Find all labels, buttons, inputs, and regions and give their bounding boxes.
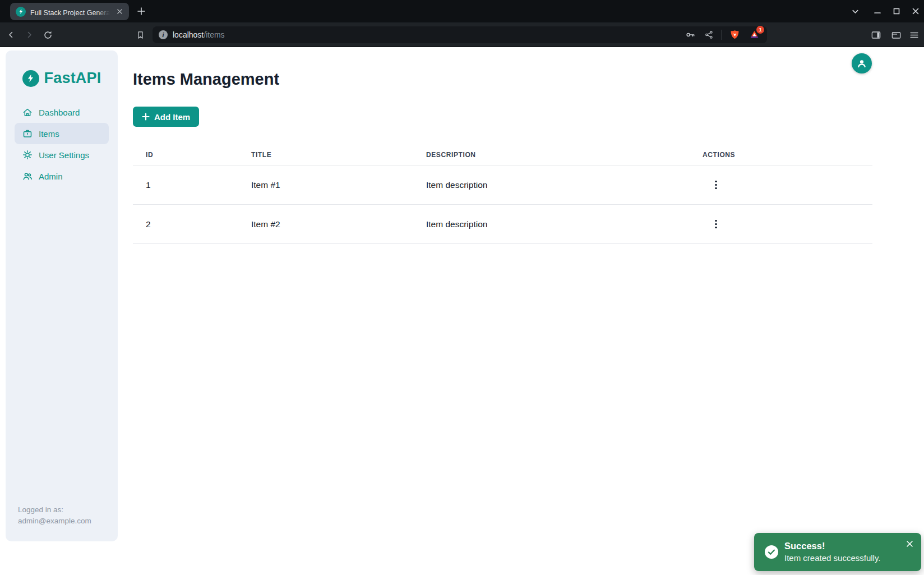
rewards-badge: 1: [756, 26, 764, 34]
plus-icon: [142, 113, 150, 121]
cell-id: 2: [133, 219, 251, 229]
fastapi-logo-icon: [22, 70, 39, 87]
menu-hamburger-icon[interactable]: [907, 28, 921, 42]
column-header-title: TITLE: [251, 151, 426, 159]
logged-in-info: Logged in as: admin@example.com: [18, 504, 91, 527]
home-icon: [22, 107, 33, 117]
column-header-actions: ACTIONS: [703, 151, 872, 159]
sidebar-item-label: Dashboard: [39, 108, 80, 117]
sidebar-item-label: Items: [39, 129, 59, 139]
tab-search-chevron-icon[interactable]: [847, 0, 863, 22]
toast-message: Item created successfully.: [784, 552, 880, 564]
table-row: 2 Item #2 Item description: [133, 205, 872, 244]
sidebar-nav: Dashboard Items User Settings: [6, 102, 118, 187]
toast-title: Success!: [784, 540, 880, 552]
brave-rewards-icon[interactable]: 1: [747, 27, 761, 42]
reload-button[interactable]: [41, 28, 54, 42]
toast-close-icon[interactable]: [904, 539, 914, 549]
cell-title: Item #2: [251, 219, 426, 229]
logged-in-email: admin@example.com: [18, 516, 91, 527]
back-button[interactable]: [4, 28, 18, 42]
browser-window: Full Stack Project Genera: [0, 0, 924, 575]
user-avatar-button[interactable]: [852, 53, 872, 73]
sidebar-item-admin[interactable]: Admin: [6, 165, 118, 187]
column-header-id: ID: [133, 151, 251, 159]
table-header-row: ID TITLE DESCRIPTION ACTIONS: [133, 145, 872, 165]
password-key-icon[interactable]: [683, 28, 697, 42]
tab-strip: Full Stack Project Genera: [0, 0, 924, 22]
logged-in-label: Logged in as:: [18, 504, 91, 516]
url-host: localhost: [173, 30, 204, 39]
success-toast: Success! Item created successfully.: [754, 533, 921, 571]
forward-button[interactable]: [22, 28, 36, 42]
add-item-label: Add Item: [154, 112, 190, 122]
share-icon[interactable]: [703, 28, 716, 42]
page-title: Items Management: [133, 70, 279, 89]
new-tab-button[interactable]: [135, 4, 148, 18]
site-favicon-icon: [16, 7, 26, 17]
logo-text: FastAPI: [44, 70, 101, 87]
sidebar-toggle-icon[interactable]: [869, 28, 883, 42]
sidebar-item-dashboard[interactable]: Dashboard: [6, 102, 118, 123]
fastapi-logo: FastAPI: [6, 50, 118, 87]
add-item-button[interactable]: Add Item: [133, 107, 199, 127]
column-header-description: DESCRIPTION: [426, 151, 703, 159]
wallet-icon[interactable]: [889, 28, 903, 42]
browser-toolbar: i localhost/items: [0, 22, 924, 47]
tab-title-fade: [95, 7, 110, 16]
cell-title: Item #1: [251, 180, 426, 190]
url-bar[interactable]: i localhost/items: [153, 26, 767, 43]
cell-id: 1: [133, 180, 251, 190]
table-row: 1 Item #1 Item description: [133, 165, 872, 205]
user-icon: [856, 57, 868, 70]
row-actions-kebab-button[interactable]: [710, 177, 722, 193]
bookmark-icon[interactable]: [133, 28, 147, 42]
toolbar-separator: [722, 30, 722, 40]
cell-description: Item description: [426, 180, 703, 190]
brave-shield-icon[interactable]: [728, 28, 741, 42]
window-close-button[interactable]: [907, 0, 924, 22]
window-minimize-button[interactable]: [869, 0, 886, 22]
browser-tab[interactable]: Full Stack Project Genera: [10, 3, 129, 20]
sidebar-item-label: Admin: [39, 172, 63, 181]
cell-description: Item description: [426, 219, 703, 229]
sidebar-item-label: User Settings: [39, 150, 89, 160]
window-maximize-button[interactable]: [888, 0, 905, 22]
row-actions-kebab-button[interactable]: [710, 217, 722, 232]
tab-close-icon[interactable]: [114, 7, 124, 17]
gear-icon: [22, 150, 33, 160]
sidebar-item-items[interactable]: Items: [15, 123, 109, 144]
app-sidebar: FastAPI Dashboard Items: [6, 50, 118, 541]
briefcase-icon: [22, 128, 33, 139]
url-path: /items: [204, 30, 224, 39]
items-table: ID TITLE DESCRIPTION ACTIONS 1 Item #1 I…: [133, 145, 872, 244]
users-icon: [22, 171, 33, 181]
check-circle-icon: [764, 545, 779, 562]
site-info-icon[interactable]: i: [157, 29, 169, 41]
sidebar-item-user-settings[interactable]: User Settings: [6, 144, 118, 165]
window-controls: [847, 0, 924, 22]
page-content: [0, 48, 924, 575]
